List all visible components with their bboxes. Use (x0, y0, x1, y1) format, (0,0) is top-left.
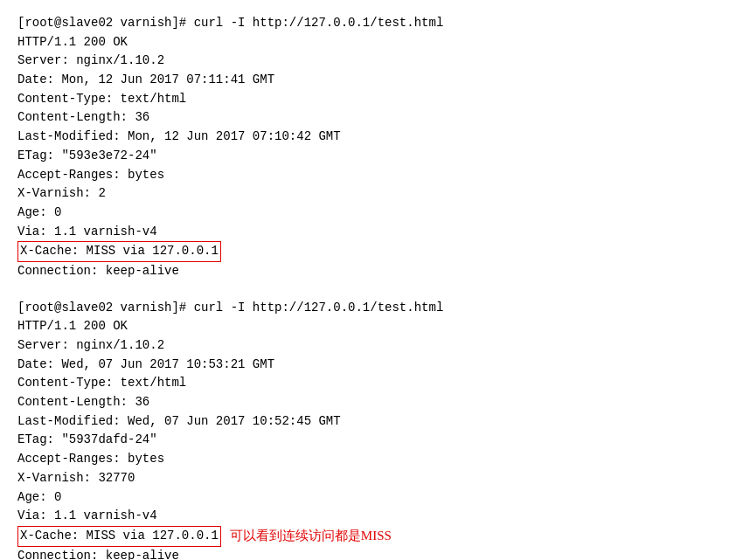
line-accept-ranges-2: Accept-Ranges: bytes (17, 450, 726, 469)
line-http-status-2: HTTP/1.1 200 OK (17, 317, 726, 336)
line-age-2: Age: 0 (17, 488, 726, 508)
line-content-length-1: Content-Length: 36 (17, 108, 726, 128)
line-connection-1: Connection: keep-alive (17, 262, 726, 281)
line-xcache-2: X-Cache: MISS via 127.0.0.1 (17, 526, 221, 547)
line-xcache-2-row: X-Cache: MISS via 127.0.0.1 可以看到连续访问都是MI… (17, 526, 726, 547)
line-last-modified-1: Last-Modified: Mon, 12 Jun 2017 07:10:42… (17, 128, 726, 147)
line-connection-2: Connection: keep-alive (17, 547, 726, 560)
terminal-block-2: [root@slave02 varnish]# curl -I http://1… (17, 299, 726, 560)
line-age-1: Age: 0 (17, 204, 726, 223)
line-date-1: Date: Mon, 12 Jun 2017 07:11:41 GMT (17, 71, 726, 90)
line-etag-2: ETag: "5937dafd-24" (17, 431, 726, 450)
line-x-varnish-2: X-Varnish: 32770 (17, 469, 726, 488)
line-via-1: Via: 1.1 varnish-v4 (17, 223, 726, 242)
line-http-status-1: HTTP/1.1 200 OK (17, 33, 726, 52)
line-etag-1: ETag: "593e3e72-24" (17, 147, 726, 166)
annotation-chinese: 可以看到连续访问都是MISS (230, 529, 392, 543)
line-command-2: [root@slave02 varnish]# curl -I http://1… (17, 299, 726, 318)
line-server-2: Server: nginx/1.10.2 (17, 336, 726, 356)
line-server-1: Server: nginx/1.10.2 (17, 52, 726, 71)
line-last-modified-2: Last-Modified: Wed, 07 Jun 2017 10:52:45… (17, 412, 726, 432)
line-x-varnish-1: X-Varnish: 2 (17, 184, 726, 204)
line-accept-ranges-1: Accept-Ranges: bytes (17, 166, 726, 185)
annotation-text: 可以看到连续访问都是MISS (230, 528, 392, 544)
terminal-block-1: [root@slave02 varnish]# curl -I http://1… (17, 14, 726, 281)
line-command-1: [root@slave02 varnish]# curl -I http://1… (17, 14, 726, 33)
xcache-highlight-1: X-Cache: MISS via 127.0.0.1 (17, 241, 221, 262)
line-date-2: Date: Wed, 07 Jun 2017 10:53:21 GMT (17, 356, 726, 375)
line-content-length-2: Content-Length: 36 (17, 393, 726, 412)
xcache-highlight-2: X-Cache: MISS via 127.0.0.1 (17, 526, 221, 547)
line-via-2: Via: 1.1 varnish-v4 (17, 507, 726, 526)
line-content-type-2: Content-Type: text/html (17, 374, 726, 393)
line-xcache-1: X-Cache: MISS via 127.0.0.1 (17, 241, 726, 262)
line-content-type-1: Content-Type: text/html (17, 90, 726, 109)
